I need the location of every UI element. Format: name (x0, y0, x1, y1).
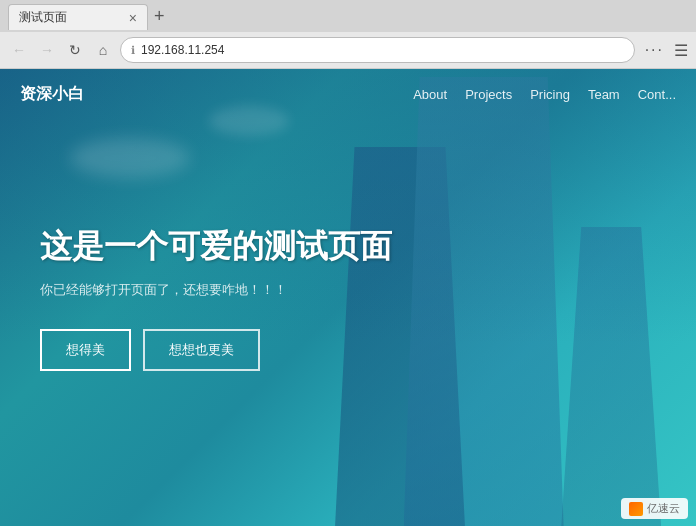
new-tab-button[interactable]: + (154, 6, 165, 27)
menu-dots-button[interactable]: ··· (645, 41, 664, 59)
hero-buttons: 想得美 想想也更美 (40, 329, 392, 371)
website-content: 资深小白 About Projects Pricing Team Cont...… (0, 69, 696, 526)
tab-bar: 测试页面 × + (0, 0, 696, 32)
nav-links: About Projects Pricing Team Cont... (413, 87, 676, 102)
home-button[interactable]: ⌂ (92, 39, 114, 61)
watermark-text: 亿速云 (647, 501, 680, 516)
url-security-icon: ℹ (131, 44, 135, 57)
settings-button[interactable]: ☰ (674, 41, 688, 60)
nav-link-team[interactable]: Team (588, 87, 620, 102)
site-logo: 资深小白 (20, 84, 413, 105)
site-nav: 资深小白 About Projects Pricing Team Cont... (0, 69, 696, 119)
url-text: 192.168.11.254 (141, 43, 624, 57)
back-button[interactable]: ← (8, 39, 30, 61)
hero-btn-2[interactable]: 想想也更美 (143, 329, 260, 371)
tab-title: 测试页面 (19, 9, 121, 26)
nav-link-projects[interactable]: Projects (465, 87, 512, 102)
watermark-icon (629, 502, 643, 516)
url-bar[interactable]: ℹ 192.168.11.254 (120, 37, 635, 63)
browser-tab[interactable]: 测试页面 × (8, 4, 148, 30)
nav-link-contact[interactable]: Cont... (638, 87, 676, 102)
hero-title: 这是一个可爱的测试页面 (40, 225, 392, 269)
tab-close-button[interactable]: × (129, 10, 137, 26)
hero-content: 这是一个可爱的测试页面 你已经能够打开页面了，还想要咋地！！！ 想得美 想想也更… (0, 225, 432, 371)
cloud-1 (70, 138, 190, 178)
forward-button[interactable]: → (36, 39, 58, 61)
refresh-button[interactable]: ↻ (64, 39, 86, 61)
hero-btn-1[interactable]: 想得美 (40, 329, 131, 371)
hero-subtitle: 你已经能够打开页面了，还想要咋地！！！ (40, 281, 392, 299)
nav-link-pricing[interactable]: Pricing (530, 87, 570, 102)
address-bar: ← → ↻ ⌂ ℹ 192.168.11.254 ··· ☰ (0, 32, 696, 68)
browser-chrome: 测试页面 × + ← → ↻ ⌂ ℹ 192.168.11.254 ··· ☰ (0, 0, 696, 69)
watermark: 亿速云 (621, 498, 688, 519)
nav-link-about[interactable]: About (413, 87, 447, 102)
